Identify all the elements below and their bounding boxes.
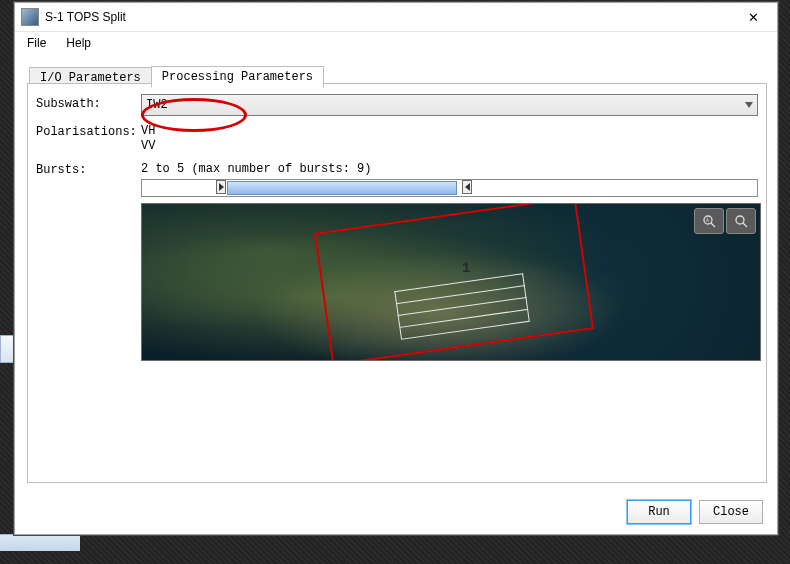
- content-panel: Subswath: IW2 Polarisations: VH VV Burst…: [27, 83, 767, 483]
- map-zoom-button[interactable]: [726, 208, 756, 234]
- svg-point-3: [736, 216, 744, 224]
- processing-form: Subswath: IW2 Polarisations: VH VV Burst…: [28, 84, 766, 371]
- bursts-slider-handle-right[interactable]: [462, 180, 472, 194]
- tab-processing-parameters[interactable]: Processing Parameters: [151, 66, 324, 88]
- dialog-footer: Run Close: [627, 500, 763, 524]
- bursts-slider-handle-left[interactable]: [216, 180, 226, 194]
- subswath-value: IW2: [146, 98, 168, 112]
- svg-line-1: [711, 223, 715, 227]
- bursts-slider-track: [227, 181, 457, 195]
- target-icon: A: [702, 214, 716, 228]
- row-subswath: Subswath: IW2: [36, 94, 758, 116]
- label-subswath: Subswath:: [36, 94, 141, 111]
- app-icon: [21, 8, 39, 26]
- close-button[interactable]: Close: [699, 500, 763, 524]
- bursts-slider[interactable]: [141, 179, 758, 197]
- bursts-range-text: 2 to 5 (max number of bursts: 9): [141, 160, 371, 176]
- polarisation-option[interactable]: VV: [141, 139, 155, 154]
- menu-bar: File Help: [15, 32, 777, 54]
- close-window-button[interactable]: [733, 4, 773, 30]
- map-zoom-reset-button[interactable]: A: [694, 208, 724, 234]
- svg-text:A: A: [706, 218, 709, 224]
- svg-line-4: [743, 223, 747, 227]
- subswath-combo[interactable]: IW2: [141, 94, 758, 116]
- row-polarisations: Polarisations: VH VV: [36, 122, 758, 154]
- triangle-left-icon: [465, 183, 470, 191]
- background-taskbar-fragment: [0, 534, 80, 551]
- menu-file[interactable]: File: [17, 32, 56, 54]
- close-icon: [748, 10, 759, 25]
- row-bursts: Bursts: 2 to 5 (max number of bursts: 9): [36, 160, 758, 177]
- map-overlay-number: 1: [462, 260, 470, 276]
- polarisations-list[interactable]: VH VV: [141, 122, 155, 154]
- label-bursts: Bursts:: [36, 160, 141, 177]
- dialog-window: S-1 TOPS Split File Help I/O Parameters …: [14, 2, 778, 535]
- window-title: S-1 TOPS Split: [45, 10, 733, 24]
- polarisation-option[interactable]: VH: [141, 124, 155, 139]
- label-polarisations: Polarisations:: [36, 122, 141, 139]
- map-toolbar: A: [694, 208, 756, 234]
- title-bar: S-1 TOPS Split: [15, 3, 777, 32]
- menu-help[interactable]: Help: [56, 32, 101, 54]
- chevron-down-icon: [745, 102, 753, 108]
- map-preview[interactable]: 1 A: [141, 203, 761, 361]
- triangle-right-icon: [219, 183, 224, 191]
- run-button[interactable]: Run: [627, 500, 691, 524]
- magnifier-icon: [734, 214, 748, 228]
